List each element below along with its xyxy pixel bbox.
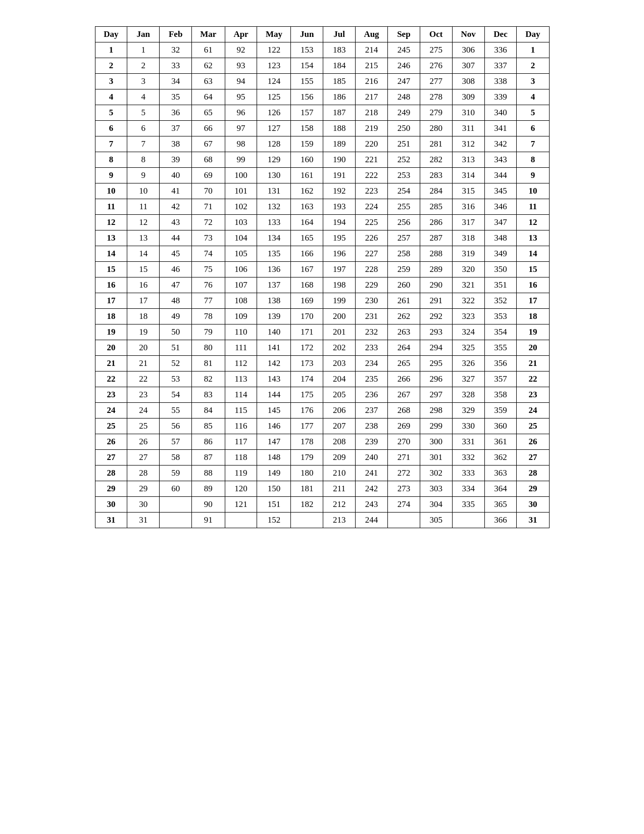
table-cell: 13 <box>95 230 127 246</box>
table-cell: 269 <box>387 419 420 434</box>
table-cell: 65 <box>192 105 225 121</box>
table-cell: 101 <box>225 183 257 199</box>
table-cell: 305 <box>420 513 452 528</box>
table-cell: 74 <box>192 246 225 262</box>
table-cell: 139 <box>257 309 291 325</box>
table-cell: 91 <box>192 513 225 528</box>
table-cell: 123 <box>257 58 291 74</box>
table-cell: 186 <box>323 89 356 105</box>
table-cell <box>160 513 192 528</box>
table-cell: 177 <box>291 419 323 434</box>
table-cell: 336 <box>484 42 517 58</box>
table-cell: 98 <box>225 136 257 152</box>
table-cell: 86 <box>192 434 225 450</box>
table-cell: 112 <box>225 356 257 372</box>
table-cell: 232 <box>356 325 388 340</box>
column-header-jun: Jun <box>291 27 323 42</box>
table-row: 1010417010113116219222325428431534510 <box>95 183 549 199</box>
table-cell: 111 <box>225 340 257 356</box>
table-cell: 185 <box>323 74 356 89</box>
table-cell: 73 <box>192 230 225 246</box>
table-cell: 14 <box>95 246 127 262</box>
table-cell: 78 <box>192 309 225 325</box>
table-cell: 5 <box>127 105 160 121</box>
table-cell: 29 <box>517 481 549 497</box>
table-cell: 13 <box>517 230 549 246</box>
table-cell: 235 <box>356 372 388 387</box>
table-cell: 21 <box>517 356 549 372</box>
table-row: 113261921221531832142452753063361 <box>95 42 549 58</box>
table-cell: 194 <box>323 215 356 230</box>
table-cell: 361 <box>484 434 517 450</box>
table-row: 223362931231541842152462763073372 <box>95 58 549 74</box>
table-cell: 245 <box>387 42 420 58</box>
table-cell: 331 <box>452 434 484 450</box>
table-cell: 16 <box>95 277 127 293</box>
table-cell: 222 <box>356 168 388 183</box>
table-cell: 57 <box>160 434 192 450</box>
table-cell: 159 <box>291 136 323 152</box>
table-cell: 21 <box>95 356 127 372</box>
table-cell: 9 <box>127 168 160 183</box>
table-cell: 1 <box>127 42 160 58</box>
table-cell: 296 <box>420 372 452 387</box>
table-cell: 34 <box>160 74 192 89</box>
table-cell: 282 <box>420 152 452 168</box>
table-cell: 240 <box>356 450 388 466</box>
table-row: 883968991291601902212522823133438 <box>95 152 549 168</box>
table-cell: 22 <box>517 372 549 387</box>
table-cell: 26 <box>127 434 160 450</box>
table-row: 1818497810913917020023126229232335318 <box>95 309 549 325</box>
table-cell: 5 <box>517 105 549 121</box>
column-header-feb: Feb <box>160 27 192 42</box>
table-cell: 23 <box>95 387 127 403</box>
table-cell: 198 <box>323 277 356 293</box>
table-cell: 43 <box>160 215 192 230</box>
table-cell: 28 <box>127 466 160 481</box>
table-cell: 129 <box>257 152 291 168</box>
table-cell: 363 <box>484 466 517 481</box>
table-cell: 257 <box>387 230 420 246</box>
table-cell: 293 <box>420 325 452 340</box>
table-cell: 31 <box>127 513 160 528</box>
table-cell: 15 <box>517 262 549 277</box>
table-cell: 197 <box>323 262 356 277</box>
table-cell: 68 <box>192 152 225 168</box>
table-cell: 29 <box>127 481 160 497</box>
table-cell: 183 <box>323 42 356 58</box>
table-cell: 45 <box>160 246 192 262</box>
table-cell: 211 <box>323 481 356 497</box>
table-cell: 135 <box>257 246 291 262</box>
table-cell: 225 <box>356 215 388 230</box>
table-cell: 58 <box>160 450 192 466</box>
table-cell: 97 <box>225 121 257 136</box>
table-cell: 23 <box>517 387 549 403</box>
table-cell: 248 <box>387 89 420 105</box>
column-header-day: Day <box>95 27 127 42</box>
table-cell: 276 <box>420 58 452 74</box>
table-cell <box>452 513 484 528</box>
table-cell: 133 <box>257 215 291 230</box>
table-cell: 55 <box>160 403 192 419</box>
table-cell: 312 <box>452 136 484 152</box>
table-cell: 162 <box>291 183 323 199</box>
table-cell: 59 <box>160 466 192 481</box>
table-cell: 126 <box>257 105 291 121</box>
table-cell: 4 <box>95 89 127 105</box>
table-cell: 319 <box>452 246 484 262</box>
table-cell: 31 <box>517 513 549 528</box>
table-cell: 303 <box>420 481 452 497</box>
table-cell: 270 <box>387 434 420 450</box>
table-cell: 167 <box>291 262 323 277</box>
table-cell: 11 <box>517 199 549 215</box>
table-cell: 19 <box>517 325 549 340</box>
table-cell: 320 <box>452 262 484 277</box>
table-cell: 116 <box>225 419 257 434</box>
table-cell: 152 <box>257 513 291 528</box>
table-row: 2121528111214217320323426529532635621 <box>95 356 549 372</box>
table-cell: 171 <box>291 325 323 340</box>
table-cell: 127 <box>257 121 291 136</box>
table-cell: 37 <box>160 121 192 136</box>
table-cell: 14 <box>127 246 160 262</box>
table-cell: 46 <box>160 262 192 277</box>
